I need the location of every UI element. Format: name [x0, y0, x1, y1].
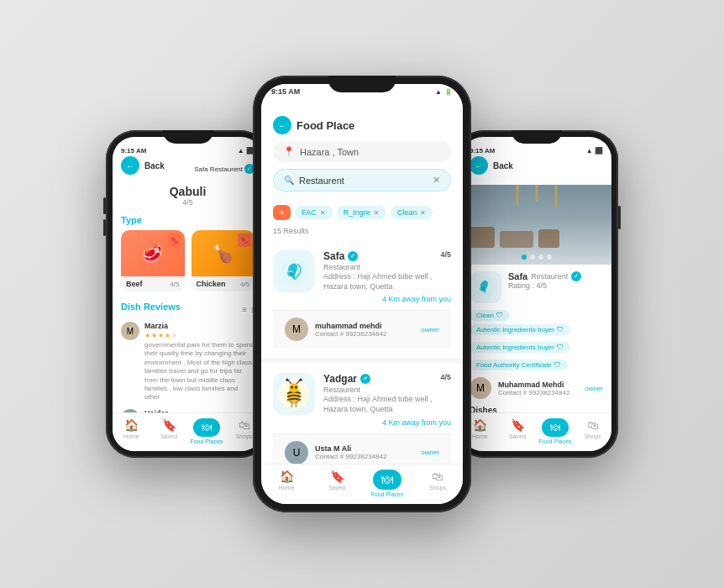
- right-back-button[interactable]: ← Back: [470, 156, 513, 175]
- hero-dot-4: [547, 255, 552, 260]
- center-nav-shops[interactable]: 🛍 Shops: [412, 470, 463, 497]
- yadgar-card[interactable]: Yadgar ✓ Restaurent Address : Haji Ahmed…: [261, 363, 463, 464]
- filter-chip-ringre[interactable]: R_Ingre ✕: [337, 206, 386, 219]
- svg-point-8: [295, 386, 297, 389]
- star-1: ★: [144, 332, 150, 339]
- left-nav-home[interactable]: 🏠 Home: [113, 418, 150, 444]
- chicken-info: Chicken 4/5: [191, 276, 255, 291]
- ringre-remove-icon[interactable]: ✕: [374, 209, 380, 217]
- center-nav-food-places[interactable]: 🍽 Food Places: [362, 470, 412, 497]
- clean-remove-icon[interactable]: ✕: [420, 209, 426, 217]
- right-phone-screen: 9:15 AM ▲ ⬛ ← Back: [461, 137, 611, 451]
- left-nav-food-places[interactable]: 🍽 Food Places: [188, 418, 226, 444]
- right-tags-row-3: Food Authority Certificate 🛡: [470, 360, 603, 370]
- filter-button[interactable]: ≡: [273, 205, 291, 220]
- hero-dot-3: [538, 255, 543, 260]
- fac-remove-icon[interactable]: ✕: [320, 209, 326, 217]
- table-3: [538, 229, 559, 248]
- right-home-label: Home: [472, 433, 488, 439]
- beef-bookmark: 🔖: [168, 234, 181, 247]
- left-subtitle: 4/5: [121, 198, 254, 207]
- center-nav-home[interactable]: 🏠 Home: [261, 470, 312, 497]
- autentic-2-shield-icon: 🛡: [557, 344, 564, 351]
- marzia-name: Marzia: [144, 322, 254, 330]
- review-item-marzia: M Marzia ★ ★ ★ ★ ★ governmental park for…: [121, 322, 254, 402]
- safa-info: Safa ✓ Restaurant Address : Haji Ahmed t…: [323, 250, 451, 303]
- yadgar-owner-contact: Contact # 99238234842: [315, 453, 414, 460]
- right-rating: Rating : 4/5: [508, 281, 603, 290]
- left-food-card-beef[interactable]: 🥩 🔖 Beef 4/5: [121, 230, 185, 291]
- center-search-row[interactable]: 🔍 Restaurent ✕: [273, 169, 451, 192]
- left-phone-screen: 9:15 AM ▲ ⬛ ← Back Safa Restaurent ✓ Qab…: [113, 137, 263, 451]
- right-owner-name: Muhammad Mehdi: [498, 381, 578, 389]
- fac-label: FAC: [302, 208, 317, 217]
- yadgar-owner-row: U Usta M Ali Contact # 99238234842 owner: [273, 433, 451, 464]
- left-food-card-chicken[interactable]: 🍗 🔖 Chicken 4/5: [191, 230, 255, 291]
- right-home-icon: 🏠: [473, 418, 487, 432]
- safa-distance: 4 Km away from you: [323, 295, 451, 303]
- marzia-review-content: Marzia ★ ★ ★ ★ ★ governmental park for t…: [144, 322, 254, 402]
- safa-card[interactable]: Safa ✓ Restaurant Address : Haji Ahmed t…: [261, 240, 463, 358]
- left-type-section: Type 🥩 🔖 Beef 4/5 🍗 🔖: [113, 210, 263, 297]
- right-saved-label: Saved: [509, 433, 526, 439]
- chicken-bookmark: 🔖: [238, 234, 251, 247]
- food-places-label: Food Places: [190, 438, 223, 444]
- chicken-name: Chicken: [197, 280, 226, 288]
- right-phone: 9:15 AM ▲ ⬛ ← Back: [454, 130, 618, 458]
- right-restaurant-logo: [470, 271, 501, 303]
- safa-rating: 4/5: [440, 250, 451, 259]
- center-back-button[interactable]: ← Food Place: [273, 116, 451, 134]
- search-clear-button[interactable]: ✕: [433, 175, 440, 186]
- left-header-owner: Safa Restaurent ✓: [194, 164, 254, 174]
- right-type-label: Restaurent: [531, 272, 568, 281]
- beef-info: Beef 4/5: [121, 276, 185, 291]
- left-bottom-nav: 🏠 Home 🔖 Saved 🍽 Food Places 🛍: [113, 412, 263, 451]
- yadgar-logo: [273, 373, 315, 415]
- right-nav-saved[interactable]: 🔖 Saved: [499, 418, 537, 444]
- shops-label: Shops: [236, 433, 253, 439]
- filter-chip-fac[interactable]: FAC ✕: [295, 206, 333, 219]
- interior-elements: [470, 227, 603, 248]
- center-shops-icon: 🛍: [432, 470, 443, 483]
- autentic-1-shield-icon: 🛡: [557, 326, 564, 333]
- left-back-button[interactable]: ← Back: [121, 156, 165, 175]
- filter-chip-clean[interactable]: Clean ✕: [391, 206, 433, 219]
- left-title: Qabuli: [121, 185, 254, 198]
- right-content: Safa Restaurent ✓ Rating : 4/5 Clean 🛡: [461, 265, 611, 412]
- right-nav-shops[interactable]: 🛍 Shops: [574, 418, 611, 444]
- chicken-rating: 4/5: [240, 281, 249, 288]
- autentic-1-label: Autentic Ingredients buyer: [476, 326, 554, 333]
- saved-label: Saved: [160, 433, 177, 439]
- svg-point-4: [289, 384, 298, 393]
- center-back-circle: ←: [273, 116, 291, 134]
- center-food-places-label: Food Places: [371, 491, 404, 497]
- hero-dots: [522, 255, 552, 260]
- center-location-row[interactable]: 📍 Hazara , Town: [273, 141, 451, 162]
- right-dishes-section: Dishes: [470, 406, 603, 412]
- yadgar-owner-name: Usta M Ali: [315, 444, 414, 453]
- right-nav-food-places[interactable]: 🍽 Food Places: [537, 418, 574, 444]
- star-3: ★: [158, 332, 164, 339]
- safa-name-row: Safa ✓: [323, 250, 451, 262]
- left-nav-saved[interactable]: 🔖 Saved: [150, 418, 188, 444]
- yadgar-verified: ✓: [360, 374, 370, 384]
- left-dish-title: Qabuli 4/5: [113, 185, 263, 210]
- right-name: Safa: [508, 271, 527, 281]
- hero-dot-1: [522, 255, 527, 260]
- center-phone: 9:15 AM ▲ 🔋 ← Food Place 📍 Hazara , Town: [253, 76, 471, 512]
- left-status-icons: ▲ ⬛: [238, 147, 254, 155]
- safa-address: Address : Haji Ahmed tube well , Hazara …: [323, 272, 451, 291]
- yadgar-name-row: Yadgar ✓: [323, 373, 451, 385]
- center-phone-screen: 9:15 AM ▲ 🔋 ← Food Place 📍 Hazara , Town: [261, 84, 463, 504]
- results-list: Safa ✓ Restaurant Address : Haji Ahmed t…: [261, 240, 463, 464]
- left-food-grid: 🥩 🔖 Beef 4/5 🍗 🔖 Chicken: [121, 230, 254, 291]
- center-status-icons: ▲ 🔋: [435, 88, 453, 96]
- right-logo-svg: [474, 276, 497, 299]
- yadgar-owner-info: Usta M Ali Contact # 99238234842: [315, 444, 414, 460]
- svg-point-6: [299, 379, 302, 381]
- center-nav-saved[interactable]: 🔖 Saved: [312, 470, 362, 497]
- yadgar-distance: 4 Km away from you: [323, 418, 451, 427]
- yadgar-type: Restaurent: [323, 386, 451, 394]
- marzia-stars: ★ ★ ★ ★ ★: [144, 332, 254, 339]
- right-owner-info: Muhammad Mehdi Contact # 99238234842: [498, 381, 578, 396]
